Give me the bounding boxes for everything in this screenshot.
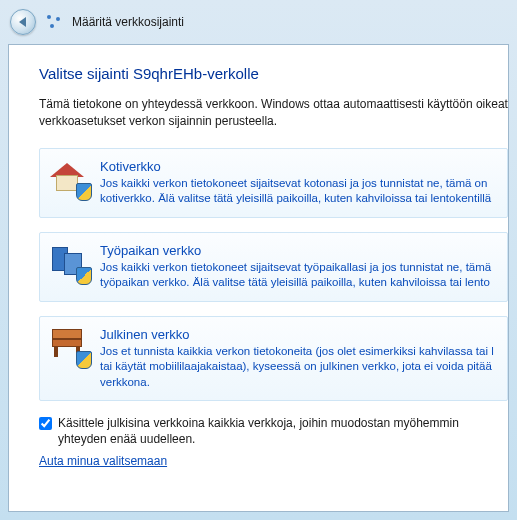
option-work-desc: Jos kaikki verkon tietokoneet sijaitseva… (100, 260, 497, 291)
option-public-desc: Jos et tunnista kaikkia verkon tietokone… (100, 344, 497, 391)
option-home-title: Kotiverkko (100, 159, 497, 174)
back-arrow-icon (19, 17, 26, 27)
window-title: Määritä verkkosijainti (72, 15, 184, 29)
back-button[interactable] (10, 9, 36, 35)
office-icon (50, 243, 88, 281)
page-heading: Valitse sijainti S9qhrEHb-verkolle (39, 65, 508, 82)
option-public-network[interactable]: Julkinen verkko Jos et tunnista kaikkia … (39, 316, 508, 402)
option-work-network[interactable]: Työpaikan verkko Jos kaikki verkon tieto… (39, 232, 508, 302)
treat-future-networks-checkbox[interactable] (39, 417, 52, 430)
home-icon (50, 159, 88, 197)
option-work-title: Työpaikan verkko (100, 243, 497, 258)
content-panel: Valitse sijainti S9qhrEHb-verkolle Tämä … (8, 44, 509, 512)
option-public-title: Julkinen verkko (100, 327, 497, 342)
help-me-choose-link[interactable]: Auta minua valitsemaan (39, 454, 167, 468)
treat-future-networks-row: Käsittele julkisina verkkoina kaikkia ve… (39, 415, 508, 447)
bench-icon (50, 327, 88, 365)
network-location-icon (46, 14, 62, 30)
treat-future-networks-label: Käsittele julkisina verkkoina kaikkia ve… (58, 415, 508, 447)
titlebar: Määritä verkkosijainti (0, 0, 517, 44)
page-intro: Tämä tietokone on yhteydessä verkkoon. W… (39, 96, 508, 130)
option-home-desc: Jos kaikki verkon tietokoneet sijaitseva… (100, 176, 497, 207)
option-home-network[interactable]: Kotiverkko Jos kaikki verkon tietokoneet… (39, 148, 508, 218)
